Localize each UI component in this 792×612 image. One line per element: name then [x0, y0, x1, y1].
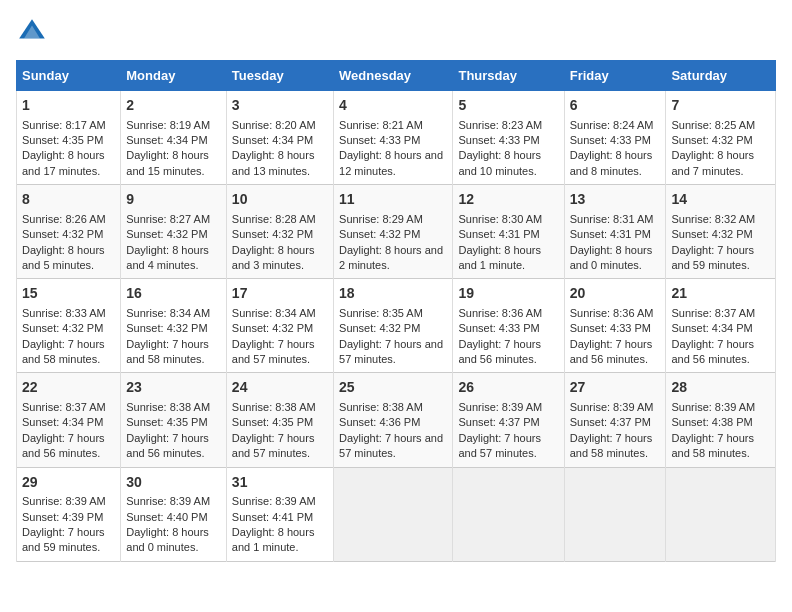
daylight-text: Daylight: 7 hours and 56 minutes. [570, 338, 653, 365]
calendar-table: SundayMondayTuesdayWednesdayThursdayFrid… [16, 60, 776, 562]
logo [16, 16, 52, 48]
sunrise-text: Sunrise: 8:39 AM [570, 401, 654, 413]
day-number: 13 [570, 190, 661, 210]
sunrise-text: Sunrise: 8:38 AM [232, 401, 316, 413]
daylight-text: Daylight: 7 hours and 59 minutes. [671, 244, 754, 271]
day-number: 2 [126, 96, 221, 116]
col-header-wednesday: Wednesday [334, 61, 453, 91]
calendar-cell: 2Sunrise: 8:19 AMSunset: 4:34 PMDaylight… [121, 91, 227, 185]
calendar-cell: 18Sunrise: 8:35 AMSunset: 4:32 PMDayligh… [334, 279, 453, 373]
daylight-text: Daylight: 8 hours and 5 minutes. [22, 244, 105, 271]
sunrise-text: Sunrise: 8:35 AM [339, 307, 423, 319]
calendar-cell: 9Sunrise: 8:27 AMSunset: 4:32 PMDaylight… [121, 185, 227, 279]
sunrise-text: Sunrise: 8:36 AM [570, 307, 654, 319]
calendar-cell: 14Sunrise: 8:32 AMSunset: 4:32 PMDayligh… [666, 185, 776, 279]
sunrise-text: Sunrise: 8:38 AM [339, 401, 423, 413]
calendar-cell: 17Sunrise: 8:34 AMSunset: 4:32 PMDayligh… [226, 279, 333, 373]
day-number: 26 [458, 378, 558, 398]
day-number: 14 [671, 190, 770, 210]
daylight-text: Daylight: 8 hours and 4 minutes. [126, 244, 209, 271]
daylight-text: Daylight: 7 hours and 56 minutes. [458, 338, 541, 365]
day-number: 8 [22, 190, 115, 210]
day-number: 20 [570, 284, 661, 304]
calendar-cell: 15Sunrise: 8:33 AMSunset: 4:32 PMDayligh… [17, 279, 121, 373]
day-number: 1 [22, 96, 115, 116]
sunset-text: Sunset: 4:32 PM [22, 228, 103, 240]
sunrise-text: Sunrise: 8:30 AM [458, 213, 542, 225]
day-number: 21 [671, 284, 770, 304]
sunrise-text: Sunrise: 8:19 AM [126, 119, 210, 131]
day-number: 11 [339, 190, 447, 210]
day-number: 5 [458, 96, 558, 116]
sunset-text: Sunset: 4:40 PM [126, 511, 207, 523]
sunset-text: Sunset: 4:32 PM [232, 322, 313, 334]
col-header-monday: Monday [121, 61, 227, 91]
sunset-text: Sunset: 4:32 PM [232, 228, 313, 240]
daylight-text: Daylight: 8 hours and 1 minute. [232, 526, 315, 553]
calendar-week-1: 1Sunrise: 8:17 AMSunset: 4:35 PMDaylight… [17, 91, 776, 185]
calendar-cell: 28Sunrise: 8:39 AMSunset: 4:38 PMDayligh… [666, 373, 776, 467]
sunset-text: Sunset: 4:36 PM [339, 416, 420, 428]
logo-icon [16, 16, 48, 48]
sunset-text: Sunset: 4:35 PM [22, 134, 103, 146]
daylight-text: Daylight: 7 hours and 57 minutes. [232, 432, 315, 459]
sunrise-text: Sunrise: 8:36 AM [458, 307, 542, 319]
sunrise-text: Sunrise: 8:31 AM [570, 213, 654, 225]
calendar-cell: 27Sunrise: 8:39 AMSunset: 4:37 PMDayligh… [564, 373, 666, 467]
calendar-cell: 16Sunrise: 8:34 AMSunset: 4:32 PMDayligh… [121, 279, 227, 373]
sunrise-text: Sunrise: 8:20 AM [232, 119, 316, 131]
sunset-text: Sunset: 4:34 PM [22, 416, 103, 428]
sunset-text: Sunset: 4:32 PM [22, 322, 103, 334]
sunrise-text: Sunrise: 8:37 AM [671, 307, 755, 319]
sunset-text: Sunset: 4:31 PM [570, 228, 651, 240]
sunset-text: Sunset: 4:33 PM [570, 322, 651, 334]
sunset-text: Sunset: 4:31 PM [458, 228, 539, 240]
calendar-header-row: SundayMondayTuesdayWednesdayThursdayFrid… [17, 61, 776, 91]
sunrise-text: Sunrise: 8:39 AM [232, 495, 316, 507]
sunset-text: Sunset: 4:38 PM [671, 416, 752, 428]
sunrise-text: Sunrise: 8:21 AM [339, 119, 423, 131]
daylight-text: Daylight: 7 hours and 58 minutes. [126, 338, 209, 365]
col-header-tuesday: Tuesday [226, 61, 333, 91]
sunset-text: Sunset: 4:37 PM [458, 416, 539, 428]
calendar-cell: 12Sunrise: 8:30 AMSunset: 4:31 PMDayligh… [453, 185, 564, 279]
col-header-thursday: Thursday [453, 61, 564, 91]
sunset-text: Sunset: 4:32 PM [671, 134, 752, 146]
daylight-text: Daylight: 8 hours and 0 minutes. [126, 526, 209, 553]
daylight-text: Daylight: 7 hours and 59 minutes. [22, 526, 105, 553]
sunset-text: Sunset: 4:34 PM [232, 134, 313, 146]
day-number: 22 [22, 378, 115, 398]
sunrise-text: Sunrise: 8:39 AM [458, 401, 542, 413]
calendar-cell: 24Sunrise: 8:38 AMSunset: 4:35 PMDayligh… [226, 373, 333, 467]
day-number: 29 [22, 473, 115, 493]
day-number: 6 [570, 96, 661, 116]
calendar-cell: 31Sunrise: 8:39 AMSunset: 4:41 PMDayligh… [226, 467, 333, 561]
calendar-cell: 22Sunrise: 8:37 AMSunset: 4:34 PMDayligh… [17, 373, 121, 467]
calendar-cell: 11Sunrise: 8:29 AMSunset: 4:32 PMDayligh… [334, 185, 453, 279]
calendar-cell: 20Sunrise: 8:36 AMSunset: 4:33 PMDayligh… [564, 279, 666, 373]
daylight-text: Daylight: 7 hours and 58 minutes. [22, 338, 105, 365]
col-header-saturday: Saturday [666, 61, 776, 91]
day-number: 16 [126, 284, 221, 304]
sunset-text: Sunset: 4:32 PM [671, 228, 752, 240]
sunset-text: Sunset: 4:32 PM [339, 228, 420, 240]
calendar-cell: 26Sunrise: 8:39 AMSunset: 4:37 PMDayligh… [453, 373, 564, 467]
calendar-cell: 13Sunrise: 8:31 AMSunset: 4:31 PMDayligh… [564, 185, 666, 279]
daylight-text: Daylight: 8 hours and 1 minute. [458, 244, 541, 271]
daylight-text: Daylight: 7 hours and 58 minutes. [570, 432, 653, 459]
calendar-week-2: 8Sunrise: 8:26 AMSunset: 4:32 PMDaylight… [17, 185, 776, 279]
calendar-cell: 8Sunrise: 8:26 AMSunset: 4:32 PMDaylight… [17, 185, 121, 279]
sunrise-text: Sunrise: 8:33 AM [22, 307, 106, 319]
daylight-text: Daylight: 8 hours and 17 minutes. [22, 149, 105, 176]
col-header-sunday: Sunday [17, 61, 121, 91]
calendar-cell: 1Sunrise: 8:17 AMSunset: 4:35 PMDaylight… [17, 91, 121, 185]
daylight-text: Daylight: 8 hours and 7 minutes. [671, 149, 754, 176]
page-header [16, 16, 776, 48]
daylight-text: Daylight: 7 hours and 57 minutes. [232, 338, 315, 365]
day-number: 4 [339, 96, 447, 116]
daylight-text: Daylight: 8 hours and 12 minutes. [339, 149, 443, 176]
calendar-week-3: 15Sunrise: 8:33 AMSunset: 4:32 PMDayligh… [17, 279, 776, 373]
daylight-text: Daylight: 7 hours and 57 minutes. [339, 338, 443, 365]
sunrise-text: Sunrise: 8:28 AM [232, 213, 316, 225]
calendar-cell: 7Sunrise: 8:25 AMSunset: 4:32 PMDaylight… [666, 91, 776, 185]
